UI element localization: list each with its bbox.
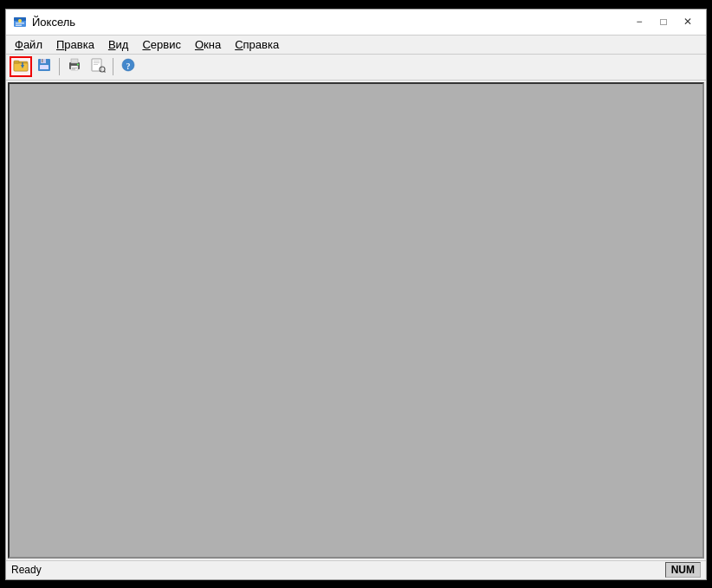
help-button[interactable]: ? (117, 56, 139, 77)
menu-help[interactable]: Справка (228, 36, 286, 53)
menu-file[interactable]: Файл (8, 36, 49, 53)
svg-rect-24 (94, 61, 100, 61)
help-icon: ? (120, 57, 136, 76)
status-text: Ready (11, 564, 665, 576)
status-bar: Ready NUM (6, 560, 706, 579)
save-icon (36, 57, 52, 76)
menu-windows-label: Окна (195, 38, 221, 51)
svg-point-22 (77, 64, 79, 66)
close-button[interactable]: ✕ (676, 13, 699, 30)
toolbar-separator-1 (59, 58, 60, 75)
svg-rect-25 (94, 62, 100, 63)
menu-file-label: Файл (15, 38, 42, 51)
toolbar-separator-2 (113, 58, 113, 75)
minimize-button[interactable]: − (628, 13, 651, 30)
maximize-button[interactable]: □ (652, 13, 675, 30)
status-indicators: NUM (665, 562, 701, 578)
save-button[interactable] (33, 56, 55, 77)
svg-rect-14 (41, 59, 46, 63)
print-button[interactable] (63, 56, 86, 77)
menu-help-label: Справка (235, 38, 279, 51)
menu-bar: Файл Правка Вид Сервис Окна Справка (6, 36, 706, 55)
print-icon (67, 57, 82, 76)
preview-icon (90, 57, 106, 76)
svg-rect-7 (14, 63, 28, 71)
main-window: Йоксель − □ ✕ Файл Правка Вид Сервис Окн… (5, 9, 707, 580)
svg-rect-26 (94, 64, 98, 65)
app-icon (13, 15, 27, 29)
svg-point-2 (18, 19, 22, 23)
svg-rect-9 (14, 61, 19, 63)
window-controls: − □ ✕ (628, 13, 699, 30)
svg-rect-15 (40, 65, 49, 69)
menu-edit-label: Правка (56, 38, 94, 51)
svg-text:?: ? (126, 61, 131, 71)
toolbar: ? (6, 55, 706, 81)
svg-line-28 (104, 71, 105, 72)
svg-rect-4 (16, 25, 22, 27)
menu-view-label: Вид (108, 38, 129, 51)
svg-rect-20 (72, 68, 77, 68)
menu-service[interactable]: Сервис (135, 36, 188, 53)
title-bar: Йоксель − □ ✕ (6, 10, 706, 36)
num-indicator: NUM (665, 562, 701, 578)
open-folder-icon (13, 57, 29, 76)
window-title: Йоксель (32, 16, 628, 29)
menu-service-label: Сервис (142, 38, 181, 51)
main-content-area[interactable] (8, 82, 704, 559)
preview-button[interactable] (87, 56, 109, 77)
svg-rect-21 (72, 69, 75, 70)
svg-rect-16 (42, 59, 43, 62)
menu-view[interactable]: Вид (101, 36, 136, 53)
svg-rect-3 (16, 23, 24, 24)
menu-edit[interactable]: Правка (49, 36, 101, 53)
open-button[interactable] (10, 56, 32, 77)
svg-rect-18 (71, 59, 78, 63)
menu-windows[interactable]: Окна (188, 36, 228, 53)
